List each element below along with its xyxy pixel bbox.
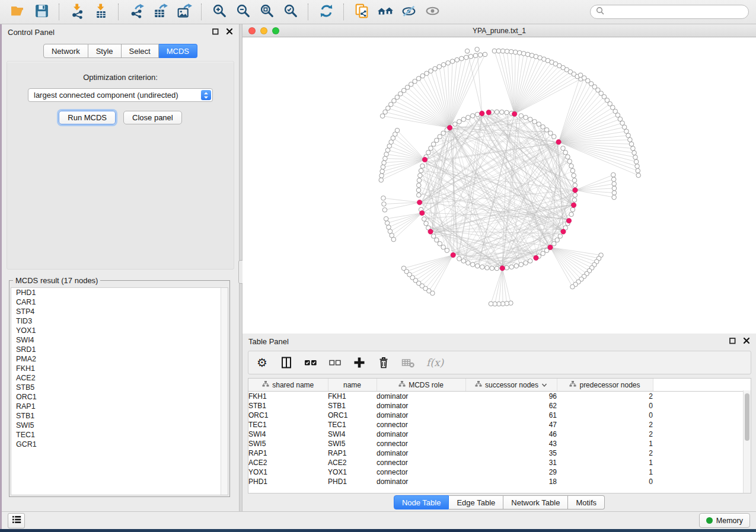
float-panel-icon[interactable] [212, 27, 219, 37]
mcds-result-item[interactable]: SWI5 [11, 421, 228, 430]
hide-selected-button[interactable] [398, 2, 420, 21]
mcds-list-scrollbar[interactable] [221, 288, 228, 495]
cell[interactable]: connector [377, 458, 465, 467]
search-input[interactable] [607, 7, 743, 17]
mcds-result-item[interactable]: TID3 [11, 316, 228, 326]
zoom-fit-button[interactable] [256, 2, 277, 21]
cell[interactable]: 2 [557, 430, 653, 439]
table-row[interactable]: SWI5SWI5connector431 [248, 439, 751, 448]
mcds-result-item[interactable]: SWI4 [11, 335, 228, 345]
cell[interactable]: RAP1 [328, 448, 377, 458]
cell[interactable]: ACE2 [248, 458, 328, 467]
run-mcds-button[interactable]: Run MCDS [59, 111, 116, 124]
table-row[interactable]: TEC1TEC1connector472 [248, 420, 751, 430]
cell[interactable]: connector [377, 439, 465, 448]
tab-mcds[interactable]: MCDS [159, 44, 197, 58]
show-all-button[interactable] [422, 2, 444, 21]
zoom-selected-button[interactable] [280, 2, 301, 21]
zoom-in-button[interactable] [209, 2, 230, 21]
table-row[interactable]: PHD1PHD1dominator180 [248, 477, 751, 486]
cell[interactable]: RAP1 [248, 448, 328, 458]
cell[interactable]: 2 [557, 448, 653, 458]
cell[interactable]: ACE2 [328, 458, 377, 467]
cell[interactable]: ORC1 [248, 411, 328, 420]
cell[interactable]: connector [377, 420, 465, 430]
cell[interactable]: SWI5 [248, 439, 328, 448]
mcds-result-item[interactable]: CAR1 [11, 297, 228, 307]
close-panel-icon[interactable] [226, 28, 233, 37]
cell[interactable]: 0 [557, 411, 653, 420]
cell[interactable]: 29 [465, 467, 557, 477]
column-header-successor-nodes[interactable]: successor nodes [465, 379, 557, 392]
cell[interactable]: 43 [465, 439, 557, 448]
mcds-result-item[interactable]: ACE2 [11, 373, 228, 383]
cell[interactable]: 47 [465, 420, 557, 430]
import-network-button[interactable] [66, 2, 88, 21]
table-scrollbar-thumb[interactable] [745, 393, 749, 441]
tab-style[interactable]: Style [88, 44, 122, 58]
table-row[interactable]: FKH1FKH1dominator962 [248, 392, 751, 402]
table-options-button[interactable]: ⚙ [254, 355, 270, 370]
deselect-all-button[interactable] [327, 355, 343, 370]
show-columns-button[interactable] [279, 355, 294, 370]
cell[interactable]: STB1 [248, 401, 328, 411]
clone-network-button[interactable] [351, 2, 372, 21]
cell[interactable]: dominator [377, 401, 465, 411]
cell[interactable]: 0 [557, 477, 653, 486]
mcds-result-item[interactable]: SRD1 [11, 345, 228, 354]
cell[interactable]: 61 [465, 411, 557, 420]
tab-node-table[interactable]: Node Table [394, 495, 449, 509]
refresh-button[interactable] [315, 2, 337, 21]
export-table-button[interactable] [149, 2, 171, 21]
mcds-result-list[interactable]: PHD1CAR1STP4TID3YOX1SWI4SRD1PMA2FKH1ACE2… [11, 287, 228, 495]
cell[interactable]: dominator [377, 411, 465, 420]
mcds-result-item[interactable]: PMA2 [11, 354, 228, 364]
tab-edge-table[interactable]: Edge Table [449, 495, 503, 509]
mcds-result-item[interactable]: STB1 [11, 411, 228, 421]
maximize-window-icon[interactable] [272, 27, 279, 34]
column-header-predecessor-nodes[interactable]: predecessor nodes [557, 379, 653, 392]
table-row[interactable]: ORC1ORC1dominator610 [248, 411, 751, 420]
column-header-name[interactable]: name [328, 379, 377, 392]
network-window-titlebar[interactable]: YPA_prune.txt_1 [243, 24, 756, 37]
cell[interactable]: dominator [377, 430, 465, 439]
cell[interactable]: 35 [465, 448, 557, 458]
cell[interactable]: PHD1 [328, 477, 377, 486]
cell[interactable]: 96 [465, 392, 557, 402]
mcds-result-item[interactable]: STB5 [11, 383, 228, 392]
network-canvas[interactable] [243, 37, 756, 334]
task-history-button[interactable] [8, 513, 25, 528]
table-row[interactable]: SWI4SWI4dominator462 [248, 430, 751, 439]
cell[interactable]: 1 [557, 458, 653, 467]
table-row[interactable]: ACE2ACE2connector311 [248, 458, 751, 467]
criterion-select[interactable]: largest connected component (undirected) [28, 88, 213, 102]
export-image-button[interactable] [173, 2, 194, 21]
mcds-result-item[interactable]: TEC1 [11, 430, 228, 440]
new-column-button[interactable] [352, 355, 367, 370]
close-window-icon[interactable] [248, 27, 256, 34]
close-table-panel-icon[interactable] [743, 337, 750, 346]
tab-select[interactable]: Select [122, 44, 159, 58]
mcds-result-item[interactable]: RAP1 [11, 402, 228, 411]
import-table-button[interactable] [90, 2, 111, 21]
mcds-result-item[interactable]: PHD1 [11, 288, 228, 297]
zoom-out-button[interactable] [232, 2, 254, 21]
cell[interactable]: 31 [465, 458, 557, 467]
cell[interactable]: ORC1 [328, 411, 377, 420]
tab-network-table[interactable]: Network Table [503, 495, 568, 509]
cell[interactable]: STB1 [328, 401, 377, 411]
cell[interactable]: YOX1 [328, 467, 377, 477]
cell[interactable]: 2 [557, 420, 653, 430]
cell[interactable]: dominator [377, 477, 465, 486]
table-scrollbar[interactable] [743, 390, 751, 493]
mcds-result-item[interactable]: STP4 [11, 307, 228, 316]
cell[interactable]: PHD1 [248, 477, 328, 486]
minimize-window-icon[interactable] [260, 27, 267, 34]
memory-button[interactable]: Memory [699, 513, 750, 528]
first-neighbors-button[interactable] [375, 2, 396, 21]
mcds-result-item[interactable]: FKH1 [11, 364, 228, 373]
column-header-MCDS-role[interactable]: MCDS role [377, 379, 465, 392]
export-network-button[interactable] [126, 2, 147, 21]
save-session-button[interactable] [31, 2, 52, 21]
open-session-button[interactable] [7, 2, 28, 21]
